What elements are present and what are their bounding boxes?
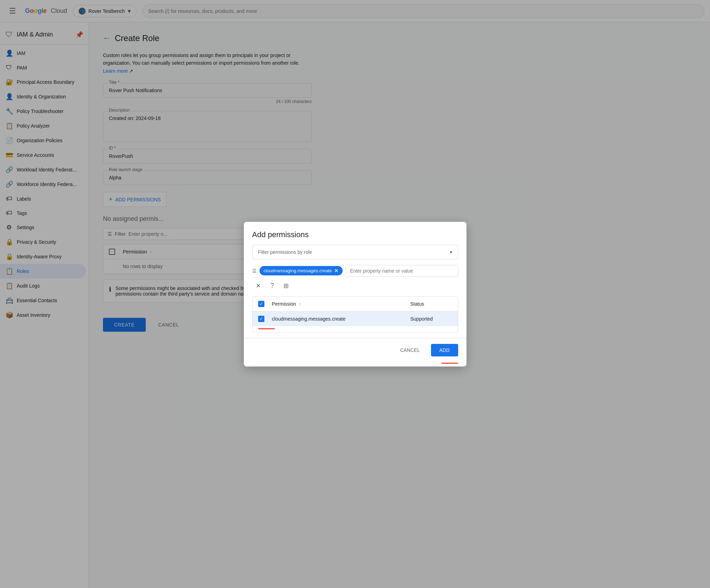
filter-role-placeholder: Filter permissions by role xyxy=(258,249,312,255)
red-underline-wrapper xyxy=(253,326,458,332)
filter-icon: ☰ xyxy=(252,268,257,274)
add-permissions-modal: Add permissions Filter permissions by ro… xyxy=(244,222,466,367)
chip-close-button[interactable]: ✕ xyxy=(334,267,338,274)
dropdown-chevron-icon: ▾ xyxy=(450,249,452,255)
modal-overlay[interactable]: Add permissions Filter permissions by ro… xyxy=(0,0,710,588)
modal-filter-row: ☰ cloudmessaging.messages.create ✕ ✕ ? ⊞ xyxy=(252,265,458,292)
chip-text: cloudmessaging.messages.create xyxy=(264,268,332,273)
columns-button[interactable]: ⊞ xyxy=(280,280,293,292)
help-filter-button[interactable]: ? xyxy=(266,280,279,292)
filter-actions: ✕ ? ⊞ xyxy=(252,280,293,292)
filter-role-wrapper: Filter permissions by role ▾ xyxy=(252,245,458,259)
modal-title: Add permissions xyxy=(252,230,458,239)
modal-select-all-checkbox[interactable] xyxy=(258,301,264,307)
modal-body: Filter permissions by role ▾ ☰ cloudmess… xyxy=(244,245,466,338)
modal-table-row: cloudmessaging.messages.create Supported xyxy=(253,312,458,326)
modal-table-header: Permission ↑ Status xyxy=(253,297,458,312)
filter-chip: cloudmessaging.messages.create ✕ xyxy=(260,266,343,275)
modal-header: Add permissions xyxy=(244,222,466,245)
modal-bottom-underline-wrapper xyxy=(244,362,466,367)
modal-add-button[interactable]: ADD xyxy=(431,344,458,356)
permission-cell: cloudmessaging.messages.create xyxy=(272,316,410,322)
modal-permissions-table: Permission ↑ Status cloudmessaging.messa… xyxy=(252,296,458,332)
modal-status-col-header: Status xyxy=(410,301,452,307)
modal-permission-col-header: Permission ↑ xyxy=(272,301,410,307)
modal-add-btn-underline xyxy=(441,363,458,364)
modal-footer: CANCEL ADD xyxy=(244,338,466,362)
red-underline xyxy=(258,328,275,329)
modal-filter-input[interactable] xyxy=(345,265,458,277)
row-checkbox[interactable] xyxy=(258,316,264,322)
modal-cancel-button[interactable]: CANCEL xyxy=(393,344,427,356)
status-cell: Supported xyxy=(410,316,452,322)
clear-filter-button[interactable]: ✕ xyxy=(252,280,265,292)
modal-sort-icon[interactable]: ↑ xyxy=(299,302,301,307)
filter-by-role-dropdown[interactable]: Filter permissions by role ▾ xyxy=(252,245,458,259)
